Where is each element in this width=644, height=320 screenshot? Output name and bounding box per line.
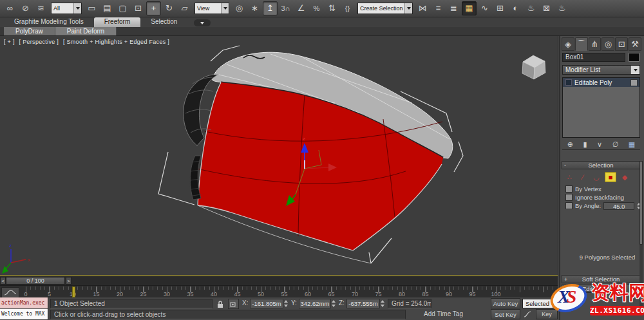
- bind-to-space-warp[interactable]: ≋: [33, 1, 48, 15]
- mirror-button[interactable]: ⋈: [415, 1, 430, 15]
- tab-utilities[interactable]: ⚒: [629, 37, 641, 51]
- ribbon-tab-selection[interactable]: Selection: [140, 17, 187, 27]
- ribbon-panel-polydraw[interactable]: PolyDraw: [4, 27, 55, 35]
- z-coordinate-field[interactable]: -637.555m: [346, 299, 380, 308]
- tab-display[interactable]: ⊡: [615, 37, 628, 51]
- tab-create[interactable]: ◈: [562, 37, 574, 51]
- auto-key-button[interactable]: Auto Key: [491, 298, 520, 308]
- y-spinner[interactable]: [332, 299, 337, 308]
- modifier-onoff-icon[interactable]: [630, 79, 638, 86]
- collapse-icon: -: [564, 162, 566, 169]
- render-production-button[interactable]: ♨: [554, 1, 569, 15]
- spinner-snap-toggle[interactable]: ⇅: [325, 1, 339, 15]
- checkbox-icon[interactable]: [565, 194, 573, 201]
- viewport-canvas[interactable]: z z x: [0, 36, 558, 275]
- tab-motion[interactable]: ◎: [601, 37, 614, 51]
- select-and-rotate[interactable]: ↻: [162, 1, 176, 15]
- percent-snap-toggle[interactable]: %: [309, 1, 324, 15]
- prompt-line: Click or click-and-drag to select object…: [50, 310, 406, 319]
- select-object[interactable]: ▭: [84, 1, 99, 15]
- y-coordinate-field[interactable]: 342.62mm: [299, 299, 331, 308]
- by-angle-field[interactable]: 45.0: [603, 202, 634, 210]
- x-spinner[interactable]: [284, 299, 289, 308]
- select-and-manipulate[interactable]: ∗: [247, 1, 262, 15]
- graphite-ribbon-toggle[interactable]: ▦: [462, 1, 477, 15]
- named-selection-sets-dropdown[interactable]: Create Selection Se: [357, 3, 413, 14]
- snaps-toggle-3d[interactable]: 3∩: [278, 1, 293, 15]
- align-button[interactable]: ≡: [431, 1, 446, 15]
- pin-stack-button[interactable]: ⊕: [567, 140, 573, 149]
- keyboard-shortcut-override-toggle[interactable]: ↥: [263, 1, 278, 15]
- select-and-link[interactable]: ∞: [3, 1, 17, 15]
- frame-number: 100: [491, 291, 500, 297]
- previous-frame-button[interactable]: <: [0, 277, 6, 285]
- selection-rollout-header[interactable]: - Selection: [562, 161, 640, 169]
- viewcube[interactable]: [522, 55, 545, 79]
- z-spinner[interactable]: [381, 299, 386, 308]
- ribbon-tab-graphite-modeling-tools[interactable]: Graphite Modeling Tools: [4, 17, 94, 27]
- border-mode-icon[interactable]: ◡: [591, 173, 601, 182]
- world-axis-tripod: z x: [2, 243, 30, 274]
- object-color-swatch[interactable]: [629, 53, 639, 62]
- dropdown-arrow-icon[interactable]: [221, 3, 229, 14]
- rectangular-selection-region[interactable]: ▢: [115, 1, 130, 15]
- select-and-move[interactable]: +: [146, 1, 161, 15]
- viewport-menu-view[interactable]: [ Perspective ]: [19, 39, 59, 45]
- polygon-mode-icon[interactable]: ■: [605, 172, 616, 182]
- vertex-mode-icon[interactable]: ∴: [564, 173, 574, 182]
- viewport-menu-plus[interactable]: [ + ]: [4, 39, 15, 45]
- dropdown-arrow-icon[interactable]: [73, 3, 81, 14]
- material-editor-button[interactable]: ◐: [508, 1, 523, 15]
- ignore-backfacing-row[interactable]: Ignore Backfacing: [565, 194, 624, 201]
- dropdown-arrow-icon[interactable]: [630, 66, 639, 74]
- dropdown-arrow-icon[interactable]: [404, 3, 412, 14]
- reference-coordinate-system-dropdown[interactable]: View: [194, 3, 229, 14]
- select-and-scale[interactable]: ▱: [177, 1, 192, 15]
- ribbon-minimize-button[interactable]: [194, 19, 211, 26]
- by-vertex-row[interactable]: By Vertex: [565, 185, 601, 193]
- ribbon-panel-paint-deform[interactable]: Paint Deform: [55, 27, 117, 35]
- absolute-mode-toggle[interactable]: [228, 299, 239, 309]
- perspective-viewport[interactable]: [ + ] [ Perspective ] [ Smooth + Highlig…: [0, 36, 558, 276]
- curve-editor-button[interactable]: ∿: [477, 1, 492, 15]
- edge-mode-icon[interactable]: ∕: [578, 173, 588, 182]
- set-key-button[interactable]: Set Key: [491, 309, 520, 319]
- make-unique-button[interactable]: ∨: [597, 140, 602, 149]
- unlink-selection[interactable]: ⊘: [18, 1, 33, 15]
- element-mode-icon[interactable]: ◆: [620, 173, 630, 182]
- time-slider-handle[interactable]: 0 / 100: [6, 277, 65, 285]
- modifier-stack-item[interactable]: Editable Poly: [563, 78, 639, 87]
- viewport-menu-shading[interactable]: [ Smooth + Highlights + Edged Faces ]: [63, 39, 169, 45]
- default-in-out-tangent-button[interactable]: [523, 310, 533, 320]
- modifier-stack[interactable]: Editable Poly: [562, 77, 640, 138]
- layer-manager-button[interactable]: ≣: [446, 1, 461, 15]
- time-slider-track[interactable]: < 0 / 100 >: [0, 276, 558, 285]
- object-name-field[interactable]: Box01: [562, 53, 625, 62]
- ribbon-tab-freeform[interactable]: Freeform: [94, 17, 141, 27]
- schematic-view-button[interactable]: ⊞: [493, 1, 507, 15]
- checkbox-icon[interactable]: [565, 202, 573, 209]
- viewport-label[interactable]: [ + ] [ Perspective ] [ Smooth + Highlig…: [4, 39, 172, 45]
- tab-hierarchy[interactable]: ⋔: [589, 37, 601, 51]
- modifier-list-dropdown[interactable]: Modifier List: [562, 65, 640, 75]
- current-frame-marker[interactable]: [72, 287, 75, 297]
- window-crossing-toggle[interactable]: ⊡: [131, 1, 146, 15]
- remove-modifier-button[interactable]: ∅: [612, 140, 619, 149]
- show-end-result-button[interactable]: ▮: [583, 140, 587, 149]
- scrollbar-thumb[interactable]: [639, 161, 643, 245]
- next-frame-button[interactable]: >: [66, 277, 71, 285]
- configure-modifier-sets-button[interactable]: ▦: [629, 140, 635, 149]
- track-bar[interactable]: 0510152025303540455055606570758085909510…: [0, 285, 558, 298]
- x-coordinate-field[interactable]: -161.805m: [250, 299, 283, 308]
- use-pivot-point-center[interactable]: ◎: [232, 1, 247, 15]
- tab-modify[interactable]: ⌒: [575, 37, 588, 51]
- checkbox-icon[interactable]: [565, 185, 573, 193]
- select-by-name[interactable]: ▤: [100, 1, 115, 15]
- selection-filter-dropdown[interactable]: All: [51, 3, 82, 14]
- by-angle-row[interactable]: By Angle: 45.0: [565, 202, 642, 209]
- edit-named-selection-sets[interactable]: {}: [340, 1, 355, 15]
- angle-snap-toggle[interactable]: ∠: [294, 1, 308, 15]
- render-setup-button[interactable]: ♨: [524, 1, 538, 15]
- rendered-frame-window-button[interactable]: ⊠: [539, 1, 554, 15]
- add-time-tag[interactable]: Add Time Tag: [424, 310, 463, 317]
